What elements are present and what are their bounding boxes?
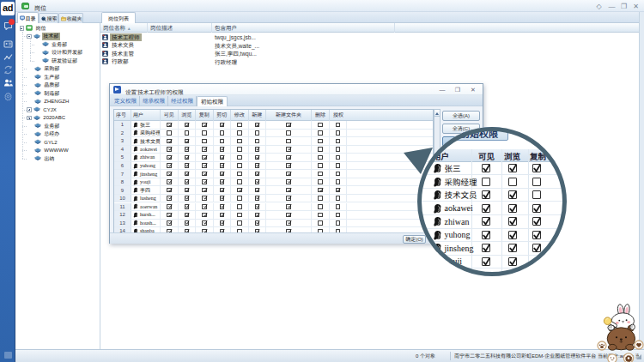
perm-checkbox-checked[interactable] (220, 155, 225, 160)
perm-checkbox-unchecked[interactable] (318, 179, 323, 184)
perm-checkbox-unchecked[interactable] (237, 130, 242, 136)
position-row-1[interactable]: 技术工程师twqu_jsgcs,jsb... (100, 33, 639, 42)
app-logo[interactable]: ad (1, 2, 15, 15)
perm-checkbox-checked[interactable] (318, 188, 323, 193)
perm-checkbox-checked[interactable] (220, 172, 225, 177)
perm-checkbox-unchecked[interactable] (318, 147, 323, 152)
perm-row-11[interactable]: 11aoerwan (114, 203, 433, 212)
perm-row-4[interactable]: 4aokawei (114, 146, 433, 154)
perm-checkbox-unchecked[interactable] (318, 123, 323, 128)
perm-checkbox-unchecked[interactable] (237, 123, 242, 128)
perm-checkbox-checked[interactable] (220, 213, 225, 218)
perm-checkbox-checked[interactable] (185, 220, 190, 226)
perm-checkbox-checked[interactable] (255, 179, 260, 184)
minimize-button[interactable]: — (608, 3, 616, 10)
perm-row-10[interactable]: 10lusheng (114, 195, 433, 203)
tab-search[interactable]: 搜索 (39, 13, 58, 23)
perm-checkbox-unchecked[interactable] (237, 147, 242, 152)
tree-expander[interactable] (20, 26, 25, 31)
perm-checkbox-checked[interactable] (167, 147, 172, 152)
perm-checkbox-unchecked[interactable] (255, 139, 260, 144)
perm-checkbox-unchecked[interactable] (237, 196, 242, 201)
perm-checkbox-checked[interactable] (255, 123, 260, 128)
tree-item-1[interactable]: 岗位 (20, 24, 48, 33)
perm-col-10[interactable]: 授权 (330, 110, 347, 121)
perm-checkbox-checked[interactable] (167, 188, 172, 193)
perm-checkbox-checked[interactable] (220, 220, 225, 226)
perm-checkbox-checked[interactable] (286, 163, 291, 168)
close-button[interactable]: ✕ (632, 3, 640, 10)
perm-checkbox-checked[interactable] (336, 188, 341, 193)
perm-checkbox-checked[interactable] (286, 179, 291, 184)
perm-checkbox-unchecked[interactable] (318, 204, 323, 209)
perm-checkbox-checked[interactable] (286, 196, 291, 201)
perm-row-8[interactable]: 8youji (114, 178, 433, 187)
perm-checkbox-checked[interactable] (167, 196, 172, 201)
tree-expander[interactable] (27, 107, 32, 112)
perm-checkbox-checked[interactable] (167, 139, 172, 144)
perm-row-3[interactable]: 3技术文员 (114, 137, 433, 146)
perm-checkbox-checked[interactable] (185, 155, 190, 160)
perm-checkbox-unchecked[interactable] (336, 147, 341, 152)
perm-row-2[interactable]: 2采购经理 (114, 130, 433, 138)
dialog-tab-3[interactable]: 经过权限 (168, 96, 197, 106)
perm-col-5[interactable]: 剪切 (214, 110, 232, 121)
perm-checkbox-unchecked[interactable] (318, 163, 323, 168)
perm-checkbox-checked[interactable] (167, 155, 172, 160)
perm-checkbox-unchecked[interactable] (318, 139, 323, 144)
perm-checkbox-checked[interactable] (286, 188, 291, 193)
perm-checkbox-checked[interactable] (202, 123, 207, 128)
perm-checkbox-checked[interactable] (286, 204, 291, 209)
dialog-close-button[interactable]: ✕ (470, 87, 477, 94)
perm-checkbox-unchecked[interactable] (220, 130, 225, 136)
perm-checkbox-checked[interactable] (185, 188, 190, 193)
perm-checkbox-unchecked[interactable] (185, 130, 190, 136)
extra-button[interactable] (442, 136, 480, 147)
select-all-button[interactable]: 全选(A) (442, 111, 480, 121)
tab-favorites[interactable]: 收藏夹 (58, 13, 83, 23)
perm-checkbox-unchecked[interactable] (336, 196, 341, 201)
perm-checkbox-unchecked[interactable] (167, 130, 172, 136)
perm-checkbox-checked[interactable] (202, 213, 207, 218)
tree-item-12[interactable]: 2020ABC (27, 114, 66, 123)
restore-button[interactable]: ❐ (620, 3, 628, 10)
perm-checkbox-checked[interactable] (286, 213, 291, 218)
perm-checkbox-unchecked[interactable] (336, 179, 341, 184)
perm-checkbox-checked[interactable] (202, 196, 207, 201)
perm-checkbox-unchecked[interactable] (336, 130, 341, 136)
perm-checkbox-checked[interactable] (167, 123, 172, 128)
perm-checkbox-checked[interactable] (167, 204, 172, 209)
perm-checkbox-checked[interactable] (185, 139, 190, 144)
column-position-desc[interactable]: 岗位描述 (148, 23, 212, 33)
perm-checkbox-checked[interactable] (185, 213, 190, 218)
perm-checkbox-checked[interactable] (286, 155, 291, 160)
perm-checkbox-checked[interactable] (167, 163, 172, 168)
perm-checkbox-checked[interactable] (220, 163, 225, 168)
perm-checkbox-checked[interactable] (202, 204, 207, 209)
perm-checkbox-checked[interactable] (220, 147, 225, 152)
perm-checkbox-checked[interactable] (202, 147, 207, 152)
perm-checkbox-checked[interactable] (255, 147, 260, 152)
position-row-4[interactable]: 行政部行政经理 (100, 57, 639, 66)
perm-checkbox-checked[interactable] (220, 204, 225, 209)
perm-checkbox-unchecked[interactable] (318, 220, 323, 226)
perm-checkbox-checked[interactable] (202, 172, 207, 177)
perm-checkbox-unchecked[interactable] (237, 204, 242, 209)
tree-item-16[interactable]: WWWWW (34, 147, 70, 155)
tree-item-10[interactable]: ZHENGZH (34, 98, 70, 106)
perm-checkbox-checked[interactable] (185, 179, 190, 184)
perm-checkbox-unchecked[interactable] (318, 155, 323, 160)
perm-checkbox-checked[interactable] (185, 196, 190, 201)
perm-checkbox-checked[interactable] (167, 172, 172, 177)
perm-row-13[interactable]: 13housh... (114, 220, 433, 228)
tree-item-5[interactable]: 研发验证部 (42, 57, 79, 65)
perm-checkbox-checked[interactable] (255, 220, 260, 226)
tree-item-15[interactable]: GYL2 (34, 138, 58, 147)
perm-col-0[interactable]: 序号 (114, 110, 131, 121)
perm-col-6[interactable]: 修改 (231, 110, 249, 121)
perm-checkbox-unchecked[interactable] (318, 213, 323, 218)
tree-item-7[interactable]: 生产部 (34, 73, 61, 81)
perm-checkbox-unchecked[interactable] (220, 139, 225, 144)
perm-checkbox-checked[interactable] (286, 123, 291, 128)
pin-button[interactable]: ◇ (595, 3, 603, 10)
